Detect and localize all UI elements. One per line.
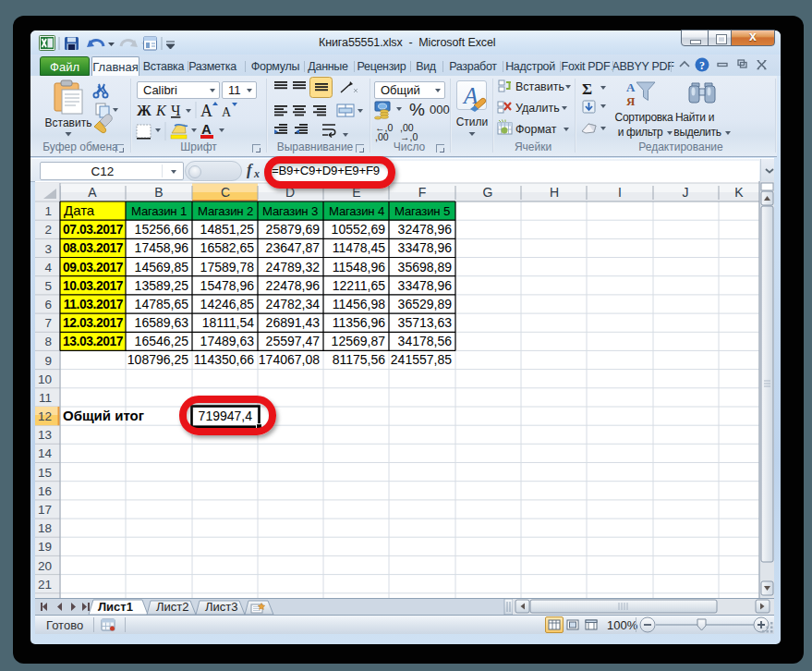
svg-text:,00: ,00 — [375, 131, 389, 142]
svg-text:H: H — [550, 185, 559, 200]
svg-text:11356,96: 11356,96 — [333, 315, 386, 330]
svg-text:10552,69: 10552,69 — [332, 222, 386, 237]
svg-text:Σ: Σ — [582, 80, 592, 98]
svg-text:14851,25: 14851,25 — [200, 222, 255, 237]
svg-text:K: K — [734, 185, 744, 200]
svg-text:5: 5 — [44, 279, 52, 293]
svg-text:G: G — [483, 185, 493, 200]
svg-text:07.03.2017: 07.03.2017 — [63, 223, 124, 237]
svg-text:10.03.2017: 10.03.2017 — [63, 279, 124, 293]
svg-text:6: 6 — [44, 298, 52, 311]
svg-text:20: 20 — [38, 559, 52, 573]
svg-text:24789,32: 24789,32 — [266, 260, 321, 274]
svg-text:14246,85: 14246,85 — [200, 297, 255, 311]
svg-text:108796,25: 108796,25 — [127, 352, 188, 367]
svg-text:Формат: Формат — [515, 123, 557, 136]
svg-text:J: J — [683, 185, 689, 200]
svg-text:A: A — [626, 80, 636, 94]
svg-text:15478,96: 15478,96 — [200, 278, 255, 293]
svg-text:34178,56: 34178,56 — [398, 334, 453, 348]
svg-text:000: 000 — [430, 103, 450, 116]
svg-text:11478,45: 11478,45 — [333, 240, 386, 255]
svg-text:11548,96: 11548,96 — [333, 260, 386, 274]
svg-text:09.03.2017: 09.03.2017 — [63, 261, 124, 274]
svg-text:33478,96: 33478,96 — [398, 240, 453, 255]
svg-text:13589,25: 13589,25 — [135, 278, 189, 293]
svg-text:10: 10 — [38, 372, 52, 386]
svg-text:выделить: выделить — [673, 126, 721, 139]
svg-text:Дата: Дата — [64, 202, 95, 218]
svg-text:Найти и: Найти и — [675, 111, 714, 124]
svg-text:A: A — [222, 105, 232, 119]
svg-text:11: 11 — [39, 391, 52, 405]
svg-text:I: I — [618, 185, 622, 200]
svg-text:A: A — [201, 121, 212, 137]
svg-text:Вставить: Вставить — [515, 80, 564, 93]
svg-text:C: C — [221, 185, 230, 200]
svg-text:Общий итог: Общий итог — [63, 408, 144, 423]
svg-text:114350,66: 114350,66 — [194, 352, 254, 367]
svg-text:A: A — [200, 102, 212, 120]
svg-text:11.03.2017: 11.03.2017 — [64, 298, 124, 311]
svg-text:33478,96: 33478,96 — [398, 278, 453, 293]
svg-text:35713,63: 35713,63 — [398, 315, 453, 330]
svg-text:11456,98: 11456,98 — [333, 297, 386, 311]
svg-text:K: K — [155, 103, 167, 118]
svg-text:24782,34: 24782,34 — [266, 297, 321, 311]
svg-text:8: 8 — [44, 335, 52, 348]
svg-text:12: 12 — [38, 409, 52, 423]
svg-text:25879,69: 25879,69 — [266, 222, 321, 237]
svg-text:15: 15 — [38, 466, 52, 480]
svg-text:→,0: →,0 — [400, 131, 418, 142]
svg-text:16589,63: 16589,63 — [135, 315, 189, 330]
svg-text:Магазин 3: Магазин 3 — [262, 204, 318, 218]
svg-text:174067,08: 174067,08 — [259, 352, 320, 367]
svg-text:Магазин 2: Магазин 2 — [198, 204, 253, 218]
svg-text:B: B — [154, 185, 163, 200]
svg-text:17589,78: 17589,78 — [200, 260, 255, 274]
svg-text:A: A — [88, 185, 97, 200]
svg-text:18: 18 — [38, 521, 52, 535]
svg-text:13.03.2017: 13.03.2017 — [63, 335, 124, 348]
svg-text:Стили: Стили — [456, 116, 489, 128]
svg-text:?: ? — [699, 59, 705, 72]
svg-text:14569,85: 14569,85 — [135, 260, 189, 274]
svg-text:19: 19 — [38, 540, 52, 554]
svg-text:Вставить: Вставить — [45, 116, 92, 129]
svg-text:Ч: Ч — [171, 103, 180, 118]
svg-text:14: 14 — [38, 446, 53, 460]
svg-text:7: 7 — [44, 316, 52, 330]
svg-text:35698,89: 35698,89 — [398, 260, 453, 274]
svg-text:Я: Я — [626, 94, 636, 108]
svg-text:12569,87: 12569,87 — [332, 334, 386, 348]
svg-text:и фильтр: и фильтр — [618, 126, 663, 139]
svg-text:13: 13 — [38, 428, 52, 442]
svg-text:12211,65: 12211,65 — [333, 278, 386, 293]
svg-text:32478,96: 32478,96 — [398, 222, 453, 237]
svg-text:2: 2 — [44, 223, 52, 237]
svg-text:22478,96: 22478,96 — [266, 278, 321, 293]
svg-text:Магазин 4: Магазин 4 — [329, 204, 384, 218]
svg-text:17: 17 — [38, 503, 52, 517]
svg-text:Сортировка: Сортировка — [615, 111, 673, 124]
svg-text:81175,56: 81175,56 — [333, 352, 386, 367]
svg-text:12.03.2017: 12.03.2017 — [63, 316, 124, 330]
svg-text:241557,85: 241557,85 — [391, 352, 452, 367]
svg-text:Магазин 1: Магазин 1 — [131, 204, 187, 218]
svg-text:9: 9 — [44, 354, 52, 368]
svg-text:Лист3: Лист3 — [205, 600, 237, 614]
svg-text:08.03.2017: 08.03.2017 — [63, 241, 124, 255]
svg-text:25597,47: 25597,47 — [266, 334, 321, 348]
svg-text:Ж: Ж — [137, 103, 151, 118]
svg-text:16546,25: 16546,25 — [135, 334, 189, 348]
svg-text:23647,87: 23647,87 — [266, 240, 321, 255]
svg-text:18111,54: 18111,54 — [202, 315, 255, 330]
svg-text:%: % — [409, 100, 425, 119]
svg-text:Лист2: Лист2 — [156, 600, 188, 614]
svg-text:16582,65: 16582,65 — [200, 240, 255, 255]
svg-text:17489,63: 17489,63 — [200, 334, 255, 348]
svg-text:3: 3 — [44, 242, 52, 256]
svg-text:21: 21 — [38, 578, 52, 592]
svg-text:17458,96: 17458,96 — [135, 240, 189, 255]
svg-text:1: 1 — [44, 204, 52, 218]
